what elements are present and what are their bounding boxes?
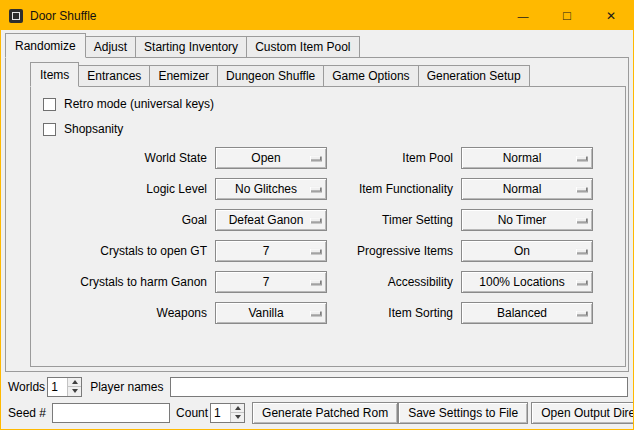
tab-custom-item-pool[interactable]: Custom Item Pool [246, 36, 359, 58]
worlds-label: Worlds [8, 380, 45, 394]
accessibility-label: Accessibility [335, 275, 453, 289]
seed-row: Seed # Count 1 Generate Patched Rom Save… [8, 401, 628, 424]
menu-indicator-icon [310, 156, 321, 161]
worlds-spin-arrows [67, 378, 81, 396]
worlds-spinbox[interactable]: 1 [47, 377, 82, 397]
seed-input[interactable] [52, 403, 170, 423]
item-sorting-value: Balanced [497, 306, 557, 320]
tab-enemizer[interactable]: Enemizer [149, 65, 218, 87]
window-title: Door Shuffle [30, 9, 97, 23]
item-pool-value: Normal [503, 151, 552, 165]
logic-level-dropdown[interactable]: No Glitches [215, 178, 327, 200]
crystals-open-gt-label: Crystals to open GT [39, 244, 207, 258]
progressive-items-value: On [514, 244, 540, 258]
accessibility-dropdown[interactable]: 100% Locations [461, 271, 593, 293]
title-bar: Door Shuffle — □ ✕ [1, 1, 633, 30]
worlds-value: 1 [48, 378, 67, 396]
goal-label: Goal [39, 213, 207, 227]
accessibility-value: 100% Locations [479, 275, 574, 289]
logic-level-value: No Glitches [235, 182, 307, 196]
count-spin-up-icon[interactable] [231, 404, 244, 413]
open-output-directory-button[interactable]: Open Output Directory [531, 402, 634, 424]
retro-mode-row: Retro mode (universal keys) [43, 97, 619, 111]
menu-indicator-icon [576, 249, 587, 254]
count-spinbox[interactable]: 1 [210, 403, 245, 423]
goal-value: Defeat Ganon [229, 213, 314, 227]
crystals-open-gt-value: 7 [263, 244, 280, 258]
bottom-bar: Worlds 1 Player names Seed # Count 1 [1, 371, 633, 429]
timer-setting-label: Timer Setting [335, 213, 453, 227]
progressive-items-dropdown[interactable]: On [461, 240, 593, 262]
shopsanity-checkbox[interactable] [43, 123, 56, 136]
item-functionality-value: Normal [503, 182, 552, 196]
item-pool-dropdown[interactable]: Normal [461, 147, 593, 169]
generate-patched-rom-button[interactable]: Generate Patched Rom [252, 402, 398, 424]
retro-mode-label: Retro mode (universal keys) [64, 97, 214, 111]
tab-starting-inventory[interactable]: Starting Inventory [135, 36, 247, 58]
count-label: Count [176, 406, 208, 420]
main-tab-bar: Randomize Adjust Starting Inventory Cust… [5, 33, 633, 57]
minimize-button[interactable]: — [501, 1, 545, 30]
player-names-label: Player names [90, 380, 163, 394]
maximize-button[interactable]: □ [545, 1, 589, 30]
weapons-value: Vanilla [248, 306, 293, 320]
items-pane: Retro mode (universal keys) Shopsanity W… [30, 86, 626, 367]
shopsanity-label: Shopsanity [64, 122, 123, 136]
close-button[interactable]: ✕ [589, 1, 633, 30]
retro-mode-checkbox[interactable] [43, 98, 56, 111]
crystals-harm-ganon-dropdown[interactable]: 7 [215, 271, 327, 293]
shopsanity-row: Shopsanity [43, 122, 619, 136]
player-names-input[interactable] [170, 377, 629, 397]
world-state-dropdown[interactable]: Open [215, 147, 327, 169]
item-functionality-dropdown[interactable]: Normal [461, 178, 593, 200]
tab-randomize[interactable]: Randomize [5, 33, 86, 58]
count-spin-down-icon[interactable] [231, 412, 244, 422]
seed-label: Seed # [8, 406, 46, 420]
crystals-harm-ganon-value: 7 [263, 275, 280, 289]
menu-indicator-icon [576, 280, 587, 285]
menu-indicator-icon [576, 187, 587, 192]
door-shuffle-window: Door Shuffle — □ ✕ Randomize Adjust Star… [0, 0, 634, 430]
logic-level-label: Logic Level [39, 182, 207, 196]
count-value: 1 [211, 404, 230, 422]
progressive-items-label: Progressive Items [335, 244, 453, 258]
menu-indicator-icon [310, 249, 321, 254]
count-spin-arrows [230, 404, 244, 422]
tab-generation-setup[interactable]: Generation Setup [418, 65, 530, 87]
item-sorting-dropdown[interactable]: Balanced [461, 302, 593, 324]
options-grid: World State Open Item Pool Normal Logic … [39, 147, 619, 324]
worlds-spin-up-icon[interactable] [68, 378, 81, 387]
app-icon [9, 9, 23, 23]
randomize-tab-bar: Items Entrances Enemizer Dungeon Shuffle… [30, 62, 628, 86]
world-state-value: Open [251, 151, 290, 165]
menu-indicator-icon [310, 311, 321, 316]
menu-indicator-icon [310, 280, 321, 285]
save-settings-button[interactable]: Save Settings to File [398, 402, 528, 424]
randomize-pane: Items Entrances Enemizer Dungeon Shuffle… [5, 57, 629, 372]
goal-dropdown[interactable]: Defeat Ganon [215, 209, 327, 231]
tab-entrances[interactable]: Entrances [78, 65, 150, 87]
item-sorting-label: Item Sorting [335, 306, 453, 320]
menu-indicator-icon [576, 311, 587, 316]
timer-setting-dropdown[interactable]: No Timer [461, 209, 593, 231]
menu-indicator-icon [310, 218, 321, 223]
worlds-row: Worlds 1 Player names [8, 375, 628, 398]
tab-items[interactable]: Items [30, 62, 79, 87]
item-pool-label: Item Pool [335, 151, 453, 165]
menu-indicator-icon [310, 187, 321, 192]
menu-indicator-icon [576, 218, 587, 223]
world-state-label: World State [39, 151, 207, 165]
timer-setting-value: No Timer [498, 213, 557, 227]
crystals-harm-ganon-label: Crystals to harm Ganon [39, 275, 207, 289]
menu-indicator-icon [576, 156, 587, 161]
weapons-dropdown[interactable]: Vanilla [215, 302, 327, 324]
crystals-open-gt-dropdown[interactable]: 7 [215, 240, 327, 262]
tab-dungeon-shuffle[interactable]: Dungeon Shuffle [217, 65, 324, 87]
tab-game-options[interactable]: Game Options [323, 65, 418, 87]
tab-adjust[interactable]: Adjust [85, 36, 136, 58]
window-controls: — □ ✕ [501, 1, 633, 30]
worlds-spin-down-icon[interactable] [68, 386, 81, 396]
weapons-label: Weapons [39, 306, 207, 320]
item-functionality-label: Item Functionality [335, 182, 453, 196]
